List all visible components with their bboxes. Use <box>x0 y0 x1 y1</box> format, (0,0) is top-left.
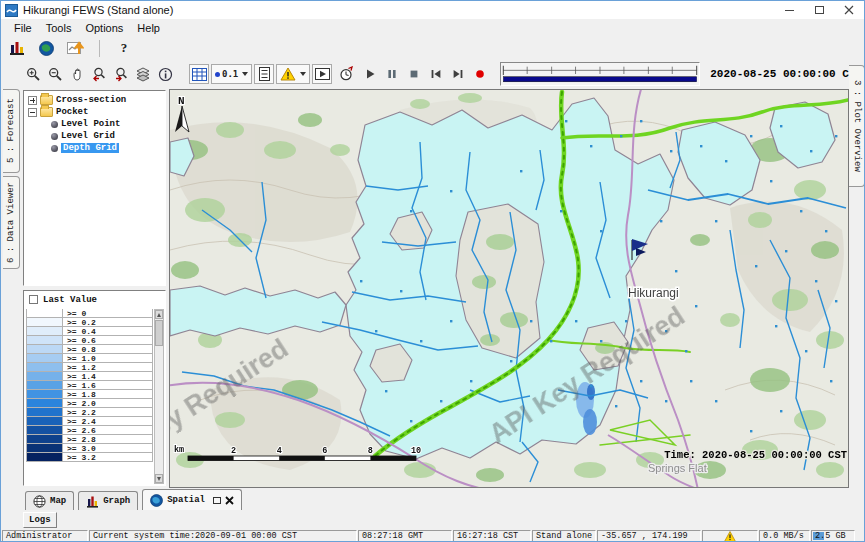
legend-row[interactable]: >= 2.2 <box>26 407 153 417</box>
scale-tick: 10 <box>411 446 421 456</box>
tree-item-pocket[interactable]: Pocket <box>24 106 165 118</box>
legend-row[interactable]: >= 0.2 <box>26 317 153 327</box>
animation-button[interactable] <box>312 64 332 84</box>
legend-row[interactable]: >= 1.4 <box>26 371 153 381</box>
menu-file[interactable]: File <box>7 21 39 35</box>
layers-button[interactable] <box>133 64 153 84</box>
legend-row[interactable]: >= 2.8 <box>26 434 153 444</box>
pause-button[interactable] <box>382 64 402 84</box>
legend-row[interactable]: >= 0.8 <box>26 344 153 354</box>
tree-item-level-point[interactable]: Level Point <box>24 118 165 130</box>
town-label: Hikurangi <box>628 286 679 300</box>
stop-icon <box>407 67 421 81</box>
legend-value-label: >= 3.2 <box>63 453 152 461</box>
globe-button[interactable] <box>36 38 56 58</box>
database-button[interactable] <box>7 38 27 58</box>
legend-color-swatch <box>27 318 63 326</box>
legend-value-label: >= 2.0 <box>63 399 152 407</box>
time-settings-button[interactable] <box>336 64 356 84</box>
chevron-down-icon <box>300 72 306 76</box>
tree-item-level-grid[interactable]: Level Grid <box>24 130 165 142</box>
zoom-next-button[interactable] <box>111 64 131 84</box>
minimize-button[interactable] <box>774 1 804 19</box>
time-slider[interactable] <box>500 62 700 86</box>
last-value-checkbox[interactable] <box>29 295 38 304</box>
tab-forecast[interactable]: 5 : Forecast <box>3 89 20 173</box>
menu-options[interactable]: Options <box>78 21 130 35</box>
data-viewer-panel: Cross-section Pocket Level Point Level G… <box>21 89 169 488</box>
app-logo-icon <box>5 4 18 17</box>
scroll-down-icon[interactable] <box>155 474 163 483</box>
zoom-out-icon <box>48 67 63 82</box>
scroll-up-icon[interactable] <box>155 310 163 319</box>
tab-plot-overview[interactable]: 3 : Plot Overview <box>849 65 865 187</box>
first-frame-button[interactable] <box>426 64 446 84</box>
spatial-display-button[interactable] <box>65 38 85 58</box>
menu-tools[interactable]: Tools <box>39 21 79 35</box>
grid-display-button[interactable] <box>189 64 209 84</box>
scale-tick: 2 <box>231 446 236 456</box>
map-canvas[interactable]: API Key Required API Key Required Hikura… <box>169 89 849 488</box>
legend-value-label: >= 2.4 <box>63 417 152 425</box>
record-button[interactable] <box>470 64 490 84</box>
tab-spatial[interactable]: Spatial <box>142 489 242 510</box>
legend-row[interactable]: >= 0.6 <box>26 335 153 345</box>
bar-chart-icon <box>86 495 99 508</box>
legend-row[interactable]: >= 2.6 <box>26 425 153 435</box>
logs-button[interactable]: Logs <box>23 512 57 528</box>
scroll-thumb[interactable] <box>155 320 163 346</box>
zoom-previous-button[interactable] <box>89 64 109 84</box>
status-memory: 2.5 GB <box>811 530 855 542</box>
legend-row[interactable]: >= 1.2 <box>26 362 153 372</box>
window-title: Hikurangi FEWS (Stand alone) <box>23 4 173 16</box>
status-user: Administrator <box>2 530 88 542</box>
tab-data-viewer[interactable]: 6 : Data Viewer <box>3 176 20 269</box>
zoom-in-button[interactable] <box>23 64 43 84</box>
help-button[interactable]: ? <box>114 38 134 58</box>
close-tab-icon[interactable] <box>225 496 234 505</box>
chart-arrow-icon <box>67 40 84 56</box>
legend-row[interactable]: >= 2.4 <box>26 416 153 426</box>
info-icon <box>158 67 173 82</box>
legend-list-icon <box>259 67 270 81</box>
stop-button[interactable] <box>404 64 424 84</box>
legend-row[interactable]: >= 1.0 <box>26 353 153 363</box>
legend-toggle-button[interactable] <box>254 64 274 84</box>
legend-row[interactable]: >= 1.8 <box>26 389 153 399</box>
pan-button[interactable] <box>67 64 87 84</box>
legend-row[interactable]: >= 3.0 <box>26 443 153 453</box>
maximize-button[interactable] <box>804 1 834 19</box>
pause-icon <box>385 67 399 81</box>
tree-item-depth-grid[interactable]: Depth Grid <box>24 142 165 154</box>
warning-icon <box>724 531 736 542</box>
menu-help[interactable]: Help <box>130 21 167 35</box>
legend-scrollbar[interactable] <box>154 309 164 484</box>
legend-color-swatch <box>27 336 63 344</box>
last-frame-button[interactable] <box>448 64 468 84</box>
legend-value-label: >= 3.0 <box>63 444 152 452</box>
legend-value-label: >= 0.6 <box>63 336 152 344</box>
scale-tick: 4 <box>277 446 282 456</box>
status-warning-cell[interactable] <box>702 530 758 542</box>
bottom-tab-bar: Map Graph Spatial <box>1 488 864 510</box>
expand-icon[interactable] <box>28 96 37 105</box>
legend-row[interactable]: >= 3.2 <box>26 452 153 462</box>
layers-icon <box>135 67 151 82</box>
close-button[interactable] <box>834 1 864 19</box>
legend-row[interactable]: >= 1.6 <box>26 380 153 390</box>
info-button[interactable] <box>155 64 175 84</box>
contour-value-button[interactable]: 0.1 <box>211 64 252 84</box>
legend-row[interactable]: >= 2.0 <box>26 398 153 408</box>
detach-tab-icon[interactable] <box>213 497 221 504</box>
legend-row[interactable]: >= 0.4 <box>26 326 153 336</box>
legend-value-label: >= 1.2 <box>63 363 152 371</box>
collapse-icon[interactable] <box>28 108 37 117</box>
tab-graph[interactable]: Graph <box>78 491 138 510</box>
tab-map[interactable]: Map <box>25 491 74 510</box>
play-button[interactable] <box>360 64 380 84</box>
thresholds-button[interactable] <box>276 64 310 84</box>
grid-icon <box>192 68 207 81</box>
globe-icon <box>39 41 54 56</box>
legend-color-swatch <box>27 381 63 389</box>
zoom-out-button[interactable] <box>45 64 65 84</box>
